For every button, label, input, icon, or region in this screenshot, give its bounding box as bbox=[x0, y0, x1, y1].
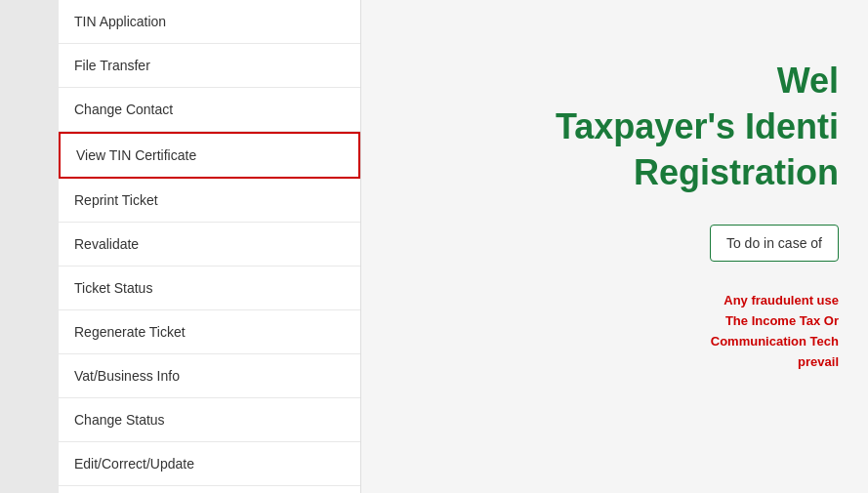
left-bar bbox=[0, 0, 59, 493]
sidebar-item-tin-application[interactable]: TIN Application bbox=[59, 0, 360, 44]
sidebar-item-view-request-status[interactable]: View Request Status bbox=[59, 486, 360, 493]
sidebar-item-vat-business-info[interactable]: Vat/Business Info bbox=[59, 354, 360, 398]
sidebar-item-change-contact[interactable]: Change Contact bbox=[59, 88, 360, 132]
welcome-heading: Wel Taxpayer's Identi Registration bbox=[556, 59, 839, 195]
sidebar-item-change-status[interactable]: Change Status bbox=[59, 398, 360, 442]
sidebar-item-file-transfer[interactable]: File Transfer bbox=[59, 44, 360, 88]
fraud-text: Any fraudulent use The Income Tax Or Com… bbox=[711, 291, 839, 372]
sidebar-item-ticket-status[interactable]: Ticket Status bbox=[59, 267, 360, 310]
sidebar-item-revalidate[interactable]: Revalidate bbox=[59, 223, 360, 267]
sidebar-item-view-tin-certificate[interactable]: View TIN Certificate bbox=[59, 132, 360, 179]
sidebar-item-edit-correct-update[interactable]: Edit/Correct/Update bbox=[59, 442, 360, 486]
main-content: Wel Taxpayer's Identi Registration To do… bbox=[361, 0, 868, 493]
sidebar: TIN ApplicationFile TransferChange Conta… bbox=[59, 0, 361, 493]
info-box: To do in case of bbox=[710, 225, 839, 262]
sidebar-item-regenerate-ticket[interactable]: Regenerate Ticket bbox=[59, 310, 360, 354]
sidebar-item-reprint-ticket[interactable]: Reprint Ticket bbox=[59, 179, 360, 223]
